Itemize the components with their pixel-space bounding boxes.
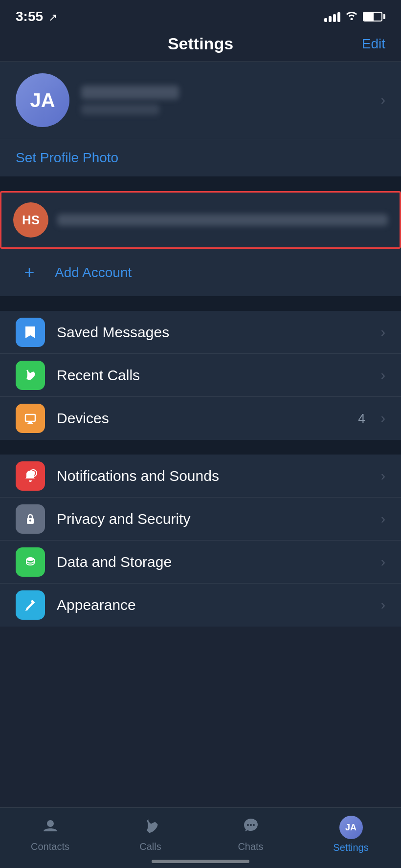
privacy-label: Privacy and Security xyxy=(57,511,369,527)
notifications-chevron-icon: › xyxy=(381,468,385,484)
tab-calls[interactable]: Calls xyxy=(100,817,200,852)
signal-icon xyxy=(324,11,340,22)
menu-item-privacy[interactable]: Privacy and Security › xyxy=(0,498,401,541)
data-storage-label: Data and Storage xyxy=(57,554,369,570)
data-storage-chevron-icon: › xyxy=(381,554,385,570)
add-icon: + xyxy=(16,259,43,286)
account-section: HS xyxy=(0,191,401,249)
chats-icon xyxy=(242,817,260,838)
recent-calls-icon xyxy=(16,361,45,390)
svg-point-7 xyxy=(26,557,34,561)
nav-bar: Settings Edit xyxy=(0,29,401,61)
menu-section-2: Notifications and Sounds › Privacy and S… xyxy=(0,455,401,627)
settings-avatar: JA xyxy=(339,816,363,839)
appearance-chevron-icon: › xyxy=(381,597,385,613)
menu-item-data-storage[interactable]: Data and Storage › xyxy=(0,541,401,584)
devices-chevron-icon: › xyxy=(381,411,385,426)
privacy-icon xyxy=(16,504,45,534)
menu-section-1: Saved Messages › Recent Calls › Devi xyxy=(0,311,401,440)
wifi-icon xyxy=(345,10,358,23)
status-icons xyxy=(324,10,385,23)
svg-rect-1 xyxy=(28,421,32,423)
add-account-item[interactable]: + Add Account xyxy=(0,249,401,296)
profile-info xyxy=(81,86,369,115)
profile-section[interactable]: JA › xyxy=(0,62,401,139)
svg-point-11 xyxy=(250,824,252,826)
tab-contacts[interactable]: Contacts xyxy=(0,817,100,852)
tab-bar: Contacts Calls Chats JA Settings xyxy=(0,807,401,868)
appearance-icon xyxy=(16,590,45,620)
battery-icon xyxy=(363,12,385,22)
devices-badge: 4 xyxy=(358,411,365,426)
location-icon: ↗ xyxy=(48,11,57,23)
recent-calls-chevron-icon: › xyxy=(381,368,385,383)
chats-tab-label: Chats xyxy=(238,841,263,852)
menu-item-saved-messages[interactable]: Saved Messages › xyxy=(0,311,401,354)
add-account-label[interactable]: Add Account xyxy=(55,265,132,281)
profile-name xyxy=(81,86,179,99)
saved-messages-label: Saved Messages xyxy=(57,324,369,341)
menu-item-recent-calls[interactable]: Recent Calls › xyxy=(0,354,401,397)
notifications-label: Notifications and Sounds xyxy=(57,468,369,484)
section-gap-1 xyxy=(0,176,401,191)
calls-icon xyxy=(142,817,159,838)
avatar: JA xyxy=(16,73,69,127)
status-time-area: 3:55 ↗ xyxy=(16,9,57,24)
section-gap-2 xyxy=(0,296,401,311)
status-bar: 3:55 ↗ xyxy=(0,0,401,29)
menu-item-notifications[interactable]: Notifications and Sounds › xyxy=(0,455,401,498)
privacy-chevron-icon: › xyxy=(381,511,385,527)
menu-item-appearance[interactable]: Appearance › xyxy=(0,584,401,627)
recent-calls-label: Recent Calls xyxy=(57,367,369,384)
second-account-avatar: HS xyxy=(13,202,48,238)
data-storage-icon xyxy=(16,547,45,577)
saved-messages-icon xyxy=(16,318,45,347)
svg-point-6 xyxy=(29,520,31,521)
saved-messages-chevron-icon: › xyxy=(381,325,385,340)
menu-item-devices[interactable]: Devices 4 › xyxy=(0,397,401,440)
tab-chats[interactable]: Chats xyxy=(200,817,301,852)
svg-rect-0 xyxy=(25,414,35,421)
profile-phone xyxy=(81,104,159,115)
status-time: 3:55 xyxy=(16,9,43,24)
calls-tab-label: Calls xyxy=(139,841,161,852)
profile-chevron-icon: › xyxy=(381,92,385,108)
tab-settings[interactable]: JA Settings xyxy=(301,816,401,853)
page-title: Settings xyxy=(168,34,233,53)
contacts-tab-label: Contacts xyxy=(31,841,69,852)
settings-tab-label: Settings xyxy=(333,842,368,853)
devices-label: Devices xyxy=(57,410,346,427)
svg-point-9 xyxy=(47,820,54,827)
svg-point-12 xyxy=(253,824,255,826)
contacts-icon xyxy=(42,817,59,838)
second-account-name xyxy=(57,214,388,226)
section-gap-3 xyxy=(0,440,401,455)
devices-icon xyxy=(16,404,45,433)
edit-button[interactable]: Edit xyxy=(356,36,385,52)
appearance-label: Appearance xyxy=(57,597,369,613)
home-indicator xyxy=(152,860,249,863)
svg-point-10 xyxy=(247,824,249,826)
set-profile-photo-section[interactable]: Set Profile Photo xyxy=(0,139,401,176)
second-account-item[interactable]: HS xyxy=(0,191,401,249)
set-profile-photo-label[interactable]: Set Profile Photo xyxy=(16,150,118,165)
notifications-icon xyxy=(16,461,45,491)
svg-rect-2 xyxy=(27,423,33,424)
